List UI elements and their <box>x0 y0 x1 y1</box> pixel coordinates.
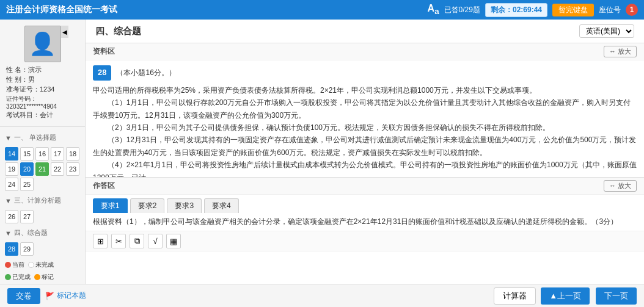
calculator-btn[interactable]: 计算器 <box>494 287 536 305</box>
answer-textarea[interactable] <box>86 251 644 284</box>
material-zone-label: 资料区 <box>93 46 115 57</box>
profile-gender: 性 别：男 <box>6 75 79 84</box>
nav-item-19[interactable]: 19 <box>5 162 18 176</box>
mark-label: 标记本题 <box>57 291 86 301</box>
nav-item-17[interactable]: 17 <box>51 147 64 161</box>
topbar: 注册会计师资格全国统一考试 Aa 已答0/29题 剩余：02:69:44 暂完键… <box>0 0 644 20</box>
section-3-title[interactable]: ▼ 三、计算分析题 <box>0 193 85 208</box>
legend-label-current: 当前 <box>12 261 24 269</box>
language-select[interactable]: 英语(美国) <box>579 24 634 38</box>
copy-tool-btn[interactable]: ⧉ <box>130 234 144 248</box>
answer-zone-label: 作答区 <box>93 181 115 191</box>
avatar-wrap: 👤 ◀ <box>24 26 61 62</box>
section-4-grid: 28 29 <box>0 240 85 258</box>
nav-item-21[interactable]: 21 <box>35 162 49 176</box>
next-page-btn[interactable]: 下一页 <box>596 287 637 305</box>
nav-item-27[interactable]: 27 <box>20 210 34 223</box>
exam-title: 注册会计师资格全国统一考试 <box>6 4 117 15</box>
material-zone-content: 28 （本小题16分。） 甲公司适用的所得税税率为25%，采用资产负债表债务法核… <box>86 60 644 177</box>
material-zone: 资料区 ↔ 放大 28 （本小题16分。） 甲公司适用的所得税税率为25%，采用… <box>86 43 644 178</box>
nav-item-14[interactable]: 14 <box>5 147 18 161</box>
section-4-label: 四、综合题 <box>14 228 48 237</box>
content-area: 四、综合题 英语(美国) 资料区 ↔ 放大 28 （本小题16分。） 甲公司适用… <box>86 20 644 284</box>
seat-label: 座位号 <box>599 5 621 15</box>
legend-label-incomplete: 未完成 <box>35 261 54 269</box>
tab-req2[interactable]: 要求2 <box>130 198 165 213</box>
section-4-title[interactable]: ▼ 四、综合题 <box>0 226 85 240</box>
section-1-title[interactable]: ▼ 一、 单选择题 <box>0 131 85 145</box>
answer-zone-header: 作答区 ↔ 放大 <box>86 178 644 195</box>
editor-toolbar: ⊞ ✂ ⧉ √ ▦ <box>86 231 644 251</box>
section-header: 四、综合题 英语(美国) <box>86 20 644 43</box>
req-text: 根据资料（1），编制甲公司与该金融资产相关的会计分录，确定该项金融资产在2×21… <box>93 217 637 227</box>
nav-item-25[interactable]: 25 <box>20 178 34 191</box>
question-header: 28 （本小题16分。） <box>93 65 637 81</box>
question-subtitle: （本小题16分。） <box>116 67 175 79</box>
sidebar-nav: ▼ 一、 单选择题 14 15 16 17 18 19 20 21 22 23 … <box>0 127 85 284</box>
answer-tabs: 要求1 要求2 要求3 要求4 <box>86 195 644 213</box>
cut-tool-btn[interactable]: ✂ <box>111 234 126 248</box>
tab-req4[interactable]: 要求4 <box>204 198 239 213</box>
chevron-icon: ▼ <box>5 134 12 142</box>
sqrt-tool-btn[interactable]: √ <box>148 234 163 248</box>
legend-dot-current <box>5 262 11 268</box>
table-tool-btn[interactable]: ⊞ <box>93 234 108 248</box>
section-title: 四、综合题 <box>95 26 141 37</box>
nav-item-16[interactable]: 16 <box>35 147 49 161</box>
submit-btn[interactable]: 交卷 <box>7 288 40 304</box>
profile-cert: 准考证号：1234 <box>6 85 79 94</box>
panels: 资料区 ↔ 放大 28 （本小题16分。） 甲公司适用的所得税税率为25%，采用… <box>86 43 644 284</box>
section-1-label: 一、 单选择题 <box>14 133 56 142</box>
material-zoom-btn[interactable]: ↔ 放大 <box>604 46 637 57</box>
legend-label-done: 已完成 <box>12 273 31 281</box>
bottombar: 交卷 🚩 标记本题 计算器 ▲上一页 下一页 <box>0 284 644 307</box>
profile-section: 👤 ◀ 性 名：演示 性 别：男 准考证号：1234 证件号码：320321**… <box>0 20 85 127</box>
nav-item-20[interactable]: 20 <box>20 162 34 176</box>
avatar: 👤 <box>24 26 61 62</box>
font-icon: Aa <box>428 3 439 16</box>
question-badge: 28 <box>93 65 111 81</box>
legend-dot-incomplete <box>28 262 34 268</box>
main-container: 👤 ◀ 性 名：演示 性 别：男 准考证号：1234 证件号码：320321**… <box>0 20 644 284</box>
keyboard-btn[interactable]: 暂完键盘 <box>552 4 594 16</box>
nav-item-15[interactable]: 15 <box>20 147 34 161</box>
material-zone-header: 资料区 ↔ 放大 <box>86 43 644 60</box>
profile-name: 性 名：演示 <box>6 65 79 74</box>
bottom-left: 交卷 🚩 标记本题 <box>7 288 86 304</box>
user-icon: 👤 <box>29 31 56 57</box>
progress-label: 已答0/29题 <box>444 5 480 15</box>
topbar-right: Aa 已答0/29题 剩余：02:69:44 暂完键盘 座位号 1 <box>428 3 638 17</box>
timer-display: 剩余：02:69:44 <box>485 3 547 17</box>
nav-item-23[interactable]: 23 <box>66 162 79 176</box>
nav-item-29[interactable]: 29 <box>20 242 34 256</box>
profile-subject: 考试科目：会计 <box>6 110 79 120</box>
mark-btn[interactable]: 🚩 标记本题 <box>45 291 86 301</box>
legend-dot-done <box>5 274 11 280</box>
legend-label-marked: 标记 <box>42 273 54 281</box>
flag-icon: 🚩 <box>45 292 54 300</box>
section-3-grid: 26 27 <box>0 208 85 226</box>
tab-req1[interactable]: 要求1 <box>93 198 128 213</box>
question-content: 甲公司适用的所得税税率为25%，采用资产负债表债务法核算所得税。2×21年，甲公… <box>93 84 637 177</box>
legend-marked: 标记 <box>34 273 54 281</box>
profile-info: 性 名：演示 性 别：男 准考证号：1234 证件号码：320321******… <box>6 65 79 120</box>
nav-item-24[interactable]: 24 <box>5 178 18 191</box>
sidebar: 👤 ◀ 性 名：演示 性 别：男 准考证号：1234 证件号码：320321**… <box>0 20 86 284</box>
chevron-icon-3: ▼ <box>5 197 12 204</box>
nav-item-22[interactable]: 22 <box>51 162 64 176</box>
seat-number: 1 <box>626 4 638 16</box>
legend-current: 当前 <box>5 261 24 269</box>
section-3-label: 三、计算分析题 <box>14 196 61 205</box>
grid-tool-btn[interactable]: ▦ <box>166 234 181 248</box>
nav-item-18[interactable]: 18 <box>66 147 79 161</box>
tab-req3[interactable]: 要求3 <box>167 198 202 213</box>
profile-certnum: 证件号码：320321*******4904 <box>6 95 79 110</box>
nav-item-26[interactable]: 26 <box>5 210 18 223</box>
bottom-right: 计算器 ▲上一页 下一页 <box>494 287 637 305</box>
section-1-grid: 14 15 16 17 18 19 20 21 22 23 24 25 <box>0 145 85 193</box>
collapse-sidebar-btn[interactable]: ◀ <box>61 26 68 38</box>
legend-incomplete: 未完成 <box>28 261 54 269</box>
prev-page-btn[interactable]: ▲上一页 <box>541 287 590 305</box>
nav-item-28[interactable]: 28 <box>5 242 18 256</box>
answer-zoom-btn[interactable]: ↔ 放大 <box>604 180 637 192</box>
